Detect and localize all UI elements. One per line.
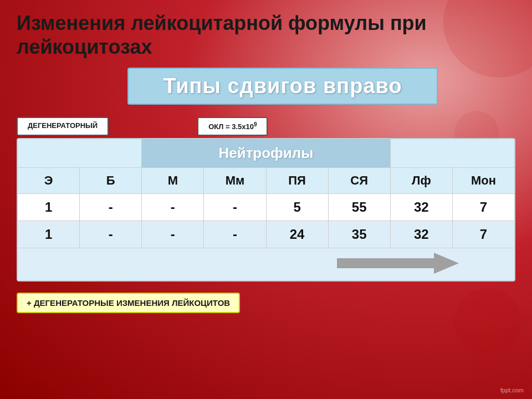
col-header-mm: Мм [204, 167, 266, 193]
row1-mm: - [204, 193, 266, 221]
row1-m: - [142, 193, 204, 221]
row1-mon: 7 [452, 193, 514, 221]
row1-pya: 5 [266, 193, 328, 221]
row1-lf: 32 [390, 193, 452, 221]
col-header-pya: ПЯ [266, 167, 328, 193]
right-arrow-icon [337, 253, 459, 274]
neutrophil-header: Нейтрофилы [142, 139, 391, 167]
svg-marker-0 [337, 253, 459, 274]
data-row-1: 1 - - - 5 55 32 7 [18, 193, 515, 221]
col-header-sya: СЯ [328, 167, 390, 193]
row1-e: 1 [18, 193, 80, 221]
data-row-2: 1 - - - 24 35 32 7 [18, 221, 515, 248]
arrow-row [18, 248, 515, 280]
col-header-lf: Лф [390, 167, 452, 193]
col-header-mon: Мон [452, 167, 514, 193]
row2-b: - [80, 221, 142, 248]
watermark: fppt.com [500, 387, 524, 393]
row2-pya: 24 [266, 221, 328, 248]
data-table: Нейтрофилы Э Б М Мм ПЯ СЯ Лф Мон 1 - [17, 139, 515, 281]
column-header-row: Э Б М Мм ПЯ СЯ Лф Мон [18, 167, 515, 193]
row2-mm: - [204, 221, 266, 248]
neutrophil-header-row: Нейтрофилы [18, 139, 515, 167]
row2-m: - [142, 221, 204, 248]
row2-mon: 7 [452, 221, 514, 248]
col-header-b: Б [80, 167, 142, 193]
row2-e: 1 [18, 221, 80, 248]
row1-sya: 55 [328, 193, 390, 221]
degen-label: ДЕГЕНЕРАТОРНЫЙ [17, 117, 109, 135]
okl-label: ОКЛ = 3.5х109 [197, 117, 268, 135]
subtitle-text: Типы сдвигов вправо [163, 74, 402, 98]
row1-b: - [80, 193, 142, 221]
page-title: Изменения лейкоцитарной формулы при лейк… [17, 11, 515, 59]
col-header-m: М [142, 167, 204, 193]
col-header-e: Э [18, 167, 80, 193]
row2-lf: 32 [390, 221, 452, 248]
subtitle-box: Типы сдвигов вправо [127, 68, 438, 105]
bottom-label: + ДЕГЕНЕРАТОРНЫЕ ИЗМЕНЕНИЯ ЛЕЙКОЦИТОВ [17, 293, 240, 313]
row2-sya: 35 [328, 221, 390, 248]
main-table-container: Нейтрофилы Э Б М Мм ПЯ СЯ Лф Мон 1 - [17, 138, 515, 282]
